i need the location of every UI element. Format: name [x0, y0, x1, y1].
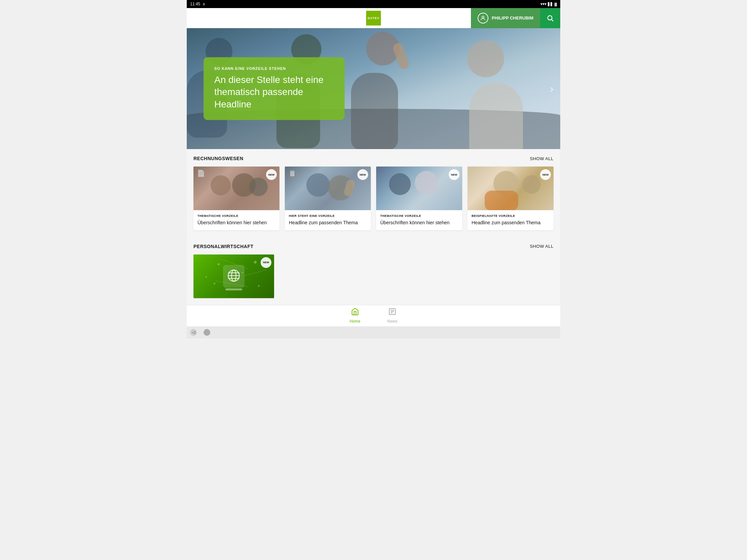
- new-badge-3: NEW: [449, 169, 460, 180]
- search-button[interactable]: [540, 8, 560, 28]
- card-body-1: THEMATISCHE VORZEILE Überschriften könne…: [194, 210, 280, 230]
- status-time: 11:45: [190, 2, 200, 6]
- card-person-2a: [306, 173, 330, 197]
- card-body-4: BEISPIELHAFTE VORZEILE Headline zum pass…: [467, 210, 553, 230]
- device-nav: ◁: [187, 326, 560, 339]
- card-image-3: NEW: [376, 166, 462, 210]
- card-rechnungswesen-2[interactable]: 📋 NEW HIER STEHT EINE VORZEILE Headline …: [285, 166, 371, 230]
- cards-row-personalwirtschaft: NEW: [194, 255, 553, 298]
- header: DATEV PHILIPP CHERUBIM: [187, 8, 560, 28]
- circle-button[interactable]: [204, 329, 210, 336]
- battery-icon: ▓: [555, 2, 557, 6]
- user-section[interactable]: PHILIPP CHERUBIM: [471, 8, 540, 28]
- svg-point-0: [482, 16, 484, 18]
- card-image-2: 📋 NEW: [285, 166, 371, 210]
- nav-label-home: Home: [350, 319, 360, 324]
- new-badge-4: NEW: [540, 169, 551, 180]
- datev-logo-box: DATEV: [366, 11, 381, 26]
- section-personalwirtschaft: PERSONALWIRTSCHAFT SHOW ALL: [194, 237, 553, 305]
- card-rechnungswesen-4[interactable]: NEW BEISPIELHAFTE VORZEILE Headline zum …: [467, 166, 553, 230]
- card-body-2: HIER STEHT EINE VORZEILE Headline zum pa…: [285, 210, 371, 230]
- back-button[interactable]: ◁: [190, 329, 197, 336]
- person-body-3: [351, 73, 398, 149]
- card-rechnungswesen-3[interactable]: NEW THEMATISCHE VORZEILE Überschriften k…: [376, 166, 462, 230]
- show-all-rechnungswesen[interactable]: SHOW ALL: [530, 156, 553, 161]
- card-sweater-4: [485, 191, 518, 211]
- logo-center: DATEV: [366, 11, 381, 26]
- nav-item-home[interactable]: Home: [350, 308, 360, 324]
- card-css-icon-2: 📋: [288, 169, 297, 177]
- datev-logo: DATEV: [368, 17, 380, 20]
- new-badge-2: NEW: [357, 169, 368, 180]
- wifi-icon: ▾▾▾: [540, 2, 546, 6]
- card-pretitle-2: HIER STEHT EINE VORZEILE: [289, 214, 367, 218]
- card-person-4b: [522, 175, 541, 194]
- card-title-1: Überschriften können hier stehen: [198, 219, 276, 226]
- home-icon: [351, 308, 359, 318]
- card-image-1: 📄 NEW: [194, 166, 280, 210]
- card-pretitle-4: BEISPIELHAFTE VORZEILE: [471, 214, 549, 218]
- hero-card: SO KANN EINE VORZEILE STEHEN An dieser S…: [204, 57, 344, 120]
- card-person-3a: [389, 173, 411, 195]
- news-icon: [388, 308, 396, 318]
- card-person-1c: [249, 178, 268, 196]
- user-name: PHILIPP CHERUBIM: [492, 16, 533, 21]
- new-badge-pw-1: NEW: [261, 257, 272, 268]
- card-person-1a: [211, 175, 231, 195]
- card-pretitle-3: THEMATISCHE VORZEILE: [380, 214, 458, 218]
- card-pretitle-1: THEMATISCHE VORZEILE: [198, 214, 276, 218]
- person-silhouette-4: [467, 40, 504, 77]
- card-doc-icon-1: 📄: [197, 169, 205, 177]
- section-title-personalwirtschaft: PERSONALWIRTSCHAFT: [194, 244, 254, 249]
- signal-icon: ▋▋: [548, 2, 553, 6]
- hero-title: An dieser Stelle steht eine thematisch p…: [214, 74, 334, 110]
- hero-next-arrow[interactable]: ›: [550, 83, 553, 95]
- svg-point-1: [548, 16, 552, 20]
- nav-item-news[interactable]: News: [387, 308, 397, 324]
- hero-banner: SO KANN EINE VORZEILE STEHEN An dieser S…: [187, 28, 560, 149]
- header-right: PHILIPP CHERUBIM: [471, 8, 560, 28]
- section-title-rechnungswesen: RECHNUNGSWESEN: [194, 156, 243, 161]
- card-title-4: Headline zum passenden Thema: [471, 219, 549, 226]
- card-person-3b: [415, 171, 438, 194]
- show-all-personalwirtschaft[interactable]: SHOW ALL: [530, 244, 553, 249]
- hero-pretitle: SO KANN EINE VORZEILE STEHEN: [214, 66, 334, 71]
- pw-globe-container: [223, 265, 244, 288]
- section-header-personalwirtschaft: PERSONALWIRTSCHAFT SHOW ALL: [194, 244, 553, 249]
- card-title-2: Headline zum passenden Thema: [289, 219, 367, 226]
- new-badge-1: NEW: [266, 169, 277, 180]
- section-header-rechnungswesen: RECHNUNGSWESEN SHOW ALL: [194, 156, 553, 161]
- status-app-icon: ⏸: [202, 2, 206, 6]
- person-body-4: [469, 83, 523, 149]
- status-bar: 11:45 ⏸ ▾▾▾ ▋▋ ▓: [187, 0, 560, 8]
- nav-label-news: News: [387, 319, 397, 324]
- card-image-pw-1: NEW: [194, 255, 274, 298]
- main-content: RECHNUNGSWESEN SHOW ALL 📄 NEW THEMATISCH…: [187, 149, 560, 305]
- monitor-stand: [225, 288, 242, 290]
- user-avatar: [478, 13, 488, 24]
- bottom-nav: Home News: [187, 305, 560, 326]
- pw-line-2: [244, 270, 267, 276]
- cards-row-rechnungswesen: 📄 NEW THEMATISCHE VORZEILE Überschriften…: [194, 166, 553, 230]
- card-rechnungswesen-1[interactable]: 📄 NEW THEMATISCHE VORZEILE Überschriften…: [194, 166, 280, 230]
- section-rechnungswesen: RECHNUNGSWESEN SHOW ALL 📄 NEW THEMATISCH…: [194, 149, 553, 237]
- globe-icon: [227, 269, 240, 282]
- card-title-3: Überschriften können hier stehen: [380, 219, 458, 226]
- card-image-4: NEW: [467, 166, 553, 210]
- card-personalwirtschaft-1[interactable]: NEW: [194, 255, 274, 298]
- svg-line-2: [551, 20, 553, 21]
- card-body-3: THEMATISCHE VORZEILE Überschriften könne…: [376, 210, 462, 230]
